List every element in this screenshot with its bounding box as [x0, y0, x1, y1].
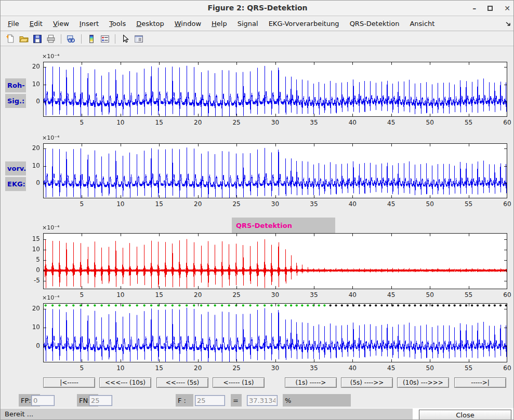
- x-tick-label: 55: [460, 291, 478, 299]
- x-tick-label: 10: [112, 200, 129, 208]
- plot-preprocessed-ecg: 5101520253035404550556001020×10⁻⁴: [43, 143, 507, 198]
- link-plot-icon[interactable]: [65, 33, 77, 45]
- x-tick-label: 5: [73, 364, 90, 372]
- nav-go-start[interactable]: |<-----: [43, 377, 95, 388]
- x-tick-label: 15: [150, 291, 168, 299]
- x-tick-label: 45: [383, 364, 400, 372]
- status-bar: Bereit ... Close: [1, 408, 514, 420]
- x-tick-label: 5: [73, 119, 90, 126]
- f-input[interactable]: [195, 395, 225, 406]
- x-tick-label: 30: [267, 119, 284, 126]
- close-figure-button[interactable]: Close: [419, 410, 511, 420]
- percent-label: %: [283, 394, 351, 407]
- x-tick-label: 25: [228, 119, 245, 126]
- x-tick-label: 45: [383, 291, 400, 299]
- y-tick-label: 0: [21, 266, 40, 274]
- x-tick-label: 40: [344, 200, 361, 208]
- figure-window: Figure 2: QRS-Detektion – ✕ FileEditView…: [0, 0, 514, 420]
- status-text: Bereit ...: [1, 409, 413, 420]
- x-tick-label: 55: [460, 200, 478, 208]
- menu-edit[interactable]: Edit: [24, 17, 48, 31]
- x-tick-label: 5: [73, 200, 90, 208]
- minimize-icon[interactable]: –: [472, 1, 476, 16]
- x-tick-label: 35: [305, 291, 323, 299]
- y-exponent-label: ×10⁻⁴: [42, 294, 59, 301]
- nav-back-5s[interactable]: <<---- (5s): [156, 377, 208, 388]
- x-tick-label: 40: [344, 364, 361, 372]
- menu-window[interactable]: Window: [169, 17, 206, 31]
- nav-go-end[interactable]: ----->|: [454, 377, 506, 388]
- open-file-icon[interactable]: [18, 33, 30, 45]
- toolbar-separator: [61, 34, 61, 44]
- menu-ansicht[interactable]: Ansicht: [404, 17, 440, 31]
- x-tick-label: 10: [112, 291, 129, 299]
- maximize-icon[interactable]: [487, 6, 493, 11]
- x-tick-label: 10: [112, 119, 129, 126]
- x-tick-label: 60: [498, 119, 514, 126]
- x-tick-label: 50: [421, 364, 439, 372]
- x-tick-label: 45: [383, 200, 400, 208]
- x-tick-label: 15: [150, 119, 168, 126]
- y-tick-label: 10: [21, 246, 40, 253]
- qrs-detection-title: QRS-Detektion: [232, 218, 335, 233]
- plot-canvas-detection-result[interactable]: [43, 303, 507, 362]
- plot-canvas-preprocessed-ecg[interactable]: [43, 143, 507, 198]
- y-tick-label: 20: [21, 144, 40, 152]
- x-tick-label: 35: [305, 119, 323, 126]
- edit-plot-cursor-icon[interactable]: [119, 33, 131, 45]
- x-tick-label: 60: [498, 200, 514, 208]
- close-icon[interactable]: ✕: [504, 1, 510, 16]
- insert-legend-icon[interactable]: [99, 33, 111, 45]
- x-tick-label: 25: [228, 200, 245, 208]
- window-titlebar: Figure 2: QRS-Detektion – ✕: [1, 1, 514, 16]
- y-tick-label: 10: [21, 323, 40, 331]
- insert-colorbar-icon[interactable]: [85, 33, 98, 45]
- menu-desktop[interactable]: Desktop: [131, 17, 169, 31]
- x-tick-label: 30: [267, 200, 284, 208]
- menu-insert[interactable]: Insert: [74, 17, 104, 31]
- menu-signal[interactable]: Signal: [232, 17, 263, 31]
- menu-tools[interactable]: Tools: [104, 17, 131, 31]
- y-tick-label: 0: [21, 179, 40, 186]
- menu-overflow-arrow-icon[interactable]: [505, 21, 511, 27]
- fp-input[interactable]: [31, 395, 55, 406]
- plot-raw-signal: 5101520253035404550556001020×10⁻⁴: [43, 62, 507, 117]
- plot-canvas-raw-signal[interactable]: [43, 62, 507, 117]
- x-tick-label: 50: [421, 291, 439, 299]
- menu-ekg-vorverarbeitung[interactable]: EKG-Vorverarbeitung: [263, 17, 345, 31]
- x-tick-label: 60: [498, 364, 514, 372]
- y-exponent-label: ×10⁻⁴: [42, 53, 59, 60]
- menu-view[interactable]: View: [48, 17, 74, 31]
- nav-back-1s[interactable]: <----- (1s): [213, 377, 265, 388]
- x-tick-label: 20: [189, 364, 207, 372]
- nav-fwd-10s[interactable]: (10s) --->>>: [397, 377, 449, 388]
- x-tick-label: 25: [228, 364, 245, 372]
- menu-file[interactable]: File: [3, 17, 24, 31]
- plot-browser-icon[interactable]: [133, 33, 145, 45]
- f-label: F :: [176, 394, 193, 407]
- menu-qrs-detektion[interactable]: QRS-Detektion: [345, 17, 405, 31]
- plot-detection-result: 5101520253035404550556001020×10⁻⁴: [43, 303, 507, 362]
- new-file-icon[interactable]: [4, 33, 17, 45]
- y-exponent-label: ×10⁻⁴: [42, 224, 59, 231]
- nav-back-10s[interactable]: <<<--- (10s): [99, 377, 151, 388]
- y-tick-label: 0: [21, 98, 40, 105]
- x-tick-label: 40: [344, 291, 361, 299]
- toolbar-separator: [81, 34, 82, 44]
- nav-fwd-5s[interactable]: (5s) ---->>: [341, 377, 393, 388]
- x-tick-label: 15: [150, 364, 168, 372]
- x-tick-label: 15: [150, 200, 168, 208]
- y-tick-label: 5: [21, 256, 40, 263]
- x-tick-label: 50: [421, 119, 439, 126]
- plot-canvas-qrs-detection-feature[interactable]: [43, 233, 507, 289]
- menu-help[interactable]: Help: [206, 17, 232, 31]
- x-tick-label: 5: [73, 291, 90, 299]
- x-tick-label: 20: [189, 200, 207, 208]
- x-tick-label: 50: [421, 200, 439, 208]
- fn-input[interactable]: [89, 395, 112, 406]
- print-icon[interactable]: [45, 33, 57, 45]
- x-tick-label: 30: [267, 291, 284, 299]
- y-tick-label: 10: [21, 162, 40, 169]
- nav-fwd-1s[interactable]: (1s) ----->: [285, 377, 337, 388]
- save-icon[interactable]: [31, 33, 44, 45]
